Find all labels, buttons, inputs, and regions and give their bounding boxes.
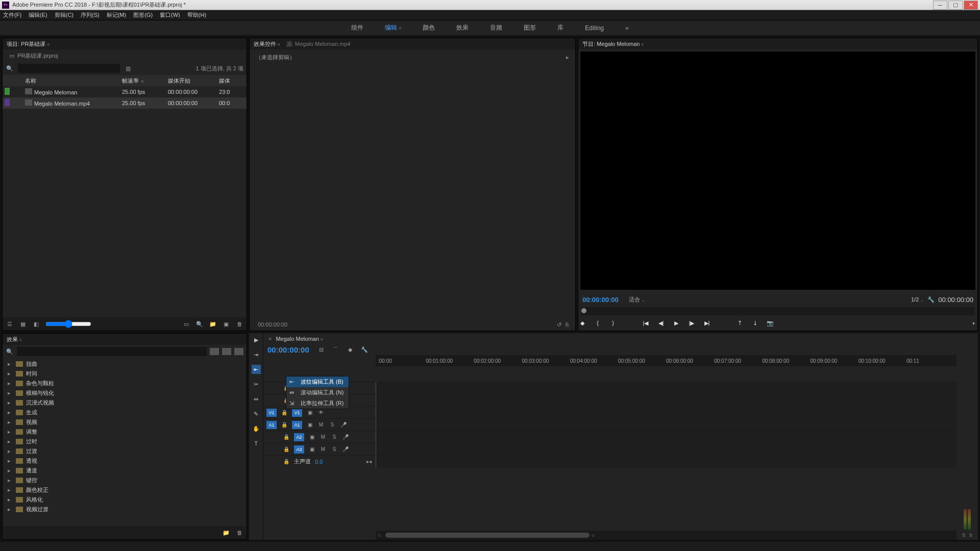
menu-graphics[interactable]: 图形(G) (133, 11, 153, 19)
voiceover-icon[interactable]: 🎤 (342, 446, 349, 453)
workspace-effects[interactable]: 效果 (456, 23, 469, 32)
workspace-overflow[interactable]: » (625, 24, 629, 32)
label-swatch[interactable] (5, 88, 10, 95)
program-tab[interactable]: 节目: Megalo Meloman ≡ (582, 40, 644, 48)
menu-edit[interactable]: 编辑(E) (29, 11, 47, 19)
source-patch-a1[interactable]: A1 (266, 421, 277, 429)
menu-clip[interactable]: 剪辑(C) (55, 11, 74, 19)
track-lock-icon[interactable]: 🔒 (283, 434, 290, 441)
pen-tool[interactable]: ✎ (252, 409, 261, 418)
effects-search-input[interactable] (17, 347, 207, 356)
track-lane[interactable] (376, 431, 957, 443)
program-timecode-left[interactable]: 00:00:00:00 (582, 296, 619, 304)
sequence-tab[interactable]: Megalo Meloman ≡ (276, 336, 323, 342)
expand-master-icon[interactable]: ▸◂ (365, 458, 373, 465)
flyout-item-rolling[interactable]: ⇔ 滚动编辑工具 (N) (286, 387, 349, 398)
tree-folder[interactable]: ▸杂色与颗粒 (3, 379, 247, 388)
track-target-a1[interactable]: A1 (292, 421, 302, 429)
resolution-dropdown[interactable]: 1/2 ⌄ (911, 296, 924, 303)
timeline-zoom-scrollbar[interactable]: ○ ○ (376, 531, 957, 540)
mute-icon[interactable]: M (320, 446, 327, 453)
linked-selection-icon[interactable]: ⌒ (332, 346, 340, 354)
menu-file[interactable]: 文件(F) (3, 11, 21, 19)
extract-icon[interactable]: ⤓ (751, 319, 759, 327)
project-row[interactable]: Megalo Meloman.mp4 25.00 fps 00:00:00:00… (3, 97, 247, 109)
tree-folder[interactable]: ▸过时 (3, 437, 247, 446)
track-lane[interactable] (376, 456, 957, 467)
program-viewport[interactable] (580, 52, 975, 290)
track-lane[interactable] (376, 443, 957, 455)
menu-marker[interactable]: 标记(M) (107, 11, 127, 19)
snap-icon[interactable]: ⊟ (317, 346, 326, 354)
col-framerate[interactable]: 帧速率∧ (122, 77, 168, 85)
mark-out-icon[interactable]: } (609, 319, 617, 327)
track-target-a3[interactable]: A3 (294, 445, 304, 454)
project-search-input[interactable] (18, 64, 120, 73)
solo-left[interactable]: S (962, 533, 965, 538)
go-to-in-icon[interactable]: |◀ (642, 319, 650, 327)
project-tab[interactable]: 项目: PR基础课 ≡ (7, 40, 50, 48)
track-lane[interactable] (376, 382, 957, 394)
expand-icon[interactable]: ▸ (566, 54, 569, 61)
mute-icon[interactable]: M (320, 434, 327, 441)
timeline-close-icon[interactable]: × (268, 336, 272, 342)
sync-lock-icon[interactable]: ▣ (306, 421, 313, 429)
voiceover-icon[interactable]: 🎤 (340, 421, 347, 429)
type-tool[interactable]: T (252, 439, 261, 448)
toggle-track-output-icon[interactable]: 👁 (317, 409, 325, 416)
effects-tab[interactable]: 效果 ≡ (7, 336, 22, 343)
track-target-v1[interactable]: V1 (292, 409, 302, 417)
hand-tool[interactable]: ✋ (252, 424, 261, 433)
list-view-icon[interactable]: ☰ (6, 320, 14, 328)
project-row[interactable]: Megalo Meloman 25.00 fps 00:00:00:00 23:… (3, 86, 247, 97)
tree-folder[interactable]: ▸通道 (3, 466, 247, 475)
effect-controls-tab[interactable]: 效果控件 ≡ (254, 40, 280, 48)
step-back-icon[interactable]: ◀| (657, 319, 665, 327)
razor-tool[interactable]: ✂ (252, 380, 261, 389)
tree-folder[interactable]: ▸扭曲 (3, 359, 247, 369)
track-lane[interactable] (376, 419, 957, 431)
ripple-edit-tool[interactable]: ⇤ (252, 365, 261, 374)
tree-folder[interactable]: ▸沉浸式视频 (3, 398, 247, 408)
track-lock-icon[interactable]: 🔒 (281, 409, 288, 416)
effects-tree[interactable]: ▸扭曲 ▸时间 ▸杂色与颗粒 ▸模糊与锐化 ▸沉浸式视频 ▸生成 ▸视频 ▸调整… (3, 358, 247, 526)
icon-view-icon[interactable]: ▦ (19, 320, 27, 328)
audio-meter[interactable] (959, 344, 976, 530)
timeline-settings-icon[interactable]: 🔧 (360, 346, 369, 354)
solo-icon[interactable]: S (331, 434, 338, 441)
sync-lock-icon[interactable]: ▣ (308, 446, 315, 453)
tree-folder[interactable]: ▸颜色校正 (3, 485, 247, 495)
tree-folder[interactable]: ▸透视 (3, 456, 247, 466)
maximize-button[interactable]: ▢ (948, 1, 963, 10)
program-scrubber[interactable] (581, 307, 974, 315)
track-lock-icon[interactable]: 🔒 (281, 421, 288, 429)
tree-folder[interactable]: ▸生成 (3, 408, 247, 417)
track-lane[interactable] (376, 407, 957, 418)
fit-dropdown[interactable]: 适合 ⌄ (629, 296, 645, 304)
tree-folder[interactable]: ▸视频 (3, 417, 247, 427)
selection-tool[interactable]: ▶ (252, 335, 261, 344)
settings-icon[interactable]: 🔧 (927, 295, 935, 304)
flyout-item-rate-stretch[interactable]: ⇲ 比率拉伸工具 (R) (286, 398, 349, 409)
col-media[interactable]: 媒体 (219, 77, 244, 85)
timeline-ruler[interactable]: :00:0000:01:00:0000:02:00:0000:03:00:000… (376, 355, 957, 366)
workspace-color[interactable]: 颜色 (423, 23, 435, 32)
new-item-icon[interactable]: ▣ (222, 320, 230, 328)
timeline-timecode[interactable]: 00:00:00:00 (267, 345, 309, 354)
button-editor-icon[interactable]: ＋ (969, 319, 977, 327)
add-marker-icon[interactable]: ◆ (578, 319, 586, 327)
slip-tool[interactable]: ⇔ (252, 394, 261, 404)
workspace-assembly[interactable]: 组件 (351, 23, 363, 32)
col-media-start[interactable]: 媒体开始 (168, 77, 219, 85)
track-lock-icon[interactable]: 🔒 (283, 446, 290, 453)
tree-folder[interactable]: ▸键控 (3, 475, 247, 485)
loop-icon[interactable]: ↺ (555, 320, 563, 329)
source-patch-v1[interactable]: V1 (266, 409, 277, 417)
menu-window[interactable]: 窗口(W) (160, 11, 180, 19)
master-value[interactable]: 0.0 (315, 459, 323, 465)
solo-icon[interactable]: S (331, 446, 338, 453)
tree-folder[interactable]: ▸调整 (3, 427, 247, 437)
tree-folder[interactable]: ▸风格化 (3, 495, 247, 505)
export-frame-icon[interactable]: ⎘ (563, 320, 571, 329)
fx-badge-yuv[interactable] (234, 348, 243, 355)
